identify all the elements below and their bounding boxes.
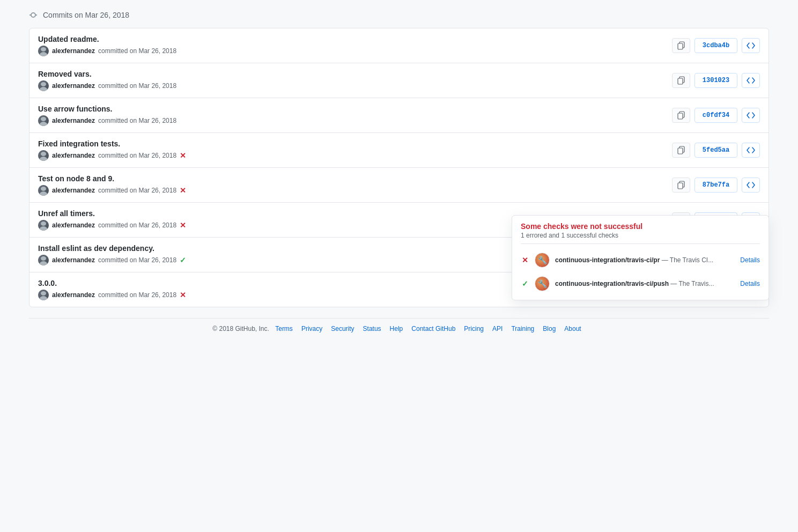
commit-date: committed on Mar 26, 2018	[98, 82, 176, 90]
commit-author[interactable]: alexfernandez	[52, 256, 95, 264]
check-row: ✕ continuous-integration/travis-ci/pr — …	[512, 248, 769, 272]
popup-title: Some checks were not successful	[521, 222, 760, 231]
commit-actions: 5fed5aa	[672, 143, 760, 158]
commit-author[interactable]: alexfernandez	[52, 187, 95, 194]
footer-link[interactable]: About	[564, 325, 581, 332]
commit-date: committed on Mar 26, 2018	[98, 221, 176, 229]
check-service: continuous-integration/travis-ci/push	[555, 280, 669, 287]
commit-info: Test on node 8 and 9. alexfernandez comm…	[38, 174, 672, 196]
footer-link[interactable]: API	[492, 325, 503, 332]
copy-hash-button[interactable]	[672, 38, 690, 53]
status-fail-icon: ✕	[180, 151, 186, 160]
commit-meta: alexfernandez committed on Mar 26, 2018	[38, 115, 672, 126]
popup-header: Some checks were not successful 1 errore…	[512, 216, 769, 243]
avatar	[38, 185, 49, 196]
status-success-icon: ✓	[180, 256, 186, 264]
browse-code-button[interactable]	[742, 108, 760, 123]
commit-meta: alexfernandez committed on Mar 26, 2018	[38, 46, 672, 56]
footer-link[interactable]: Pricing	[464, 325, 484, 332]
commit-info: Removed vars. alexfernandez committed on…	[38, 70, 672, 91]
commits-section-header: Commits on Mar 26, 2018	[29, 11, 769, 19]
avatar	[38, 290, 49, 300]
footer-link[interactable]: Contact GitHub	[411, 325, 455, 332]
check-service: continuous-integration/travis-ci/pr	[555, 256, 660, 264]
avatar	[38, 115, 49, 126]
commit-date: committed on Mar 26, 2018	[98, 187, 176, 194]
commit-actions: 1301023	[672, 73, 760, 88]
commit-meta: alexfernandez committed on Mar 26, 2018 …	[38, 185, 672, 196]
page-wrapper: Commits on Mar 26, 2018 Updated readme. …	[13, 0, 785, 343]
commit-date: committed on Mar 26, 2018	[98, 291, 176, 299]
travis-icon	[535, 276, 550, 291]
footer-link[interactable]: Status	[363, 325, 381, 332]
commit-hash-button[interactable]: 87be7fa	[694, 178, 737, 193]
check-row: ✓ continuous-integration/travis-ci/push …	[512, 272, 769, 295]
svg-rect-10	[678, 148, 683, 154]
browse-code-button[interactable]	[742, 73, 760, 88]
commit-hash-button[interactable]: 3cdba4b	[694, 38, 737, 53]
commit-row: Use arrow functions. alexfernandez commi…	[29, 98, 769, 133]
commit-row: Fixed integration tests. alexfernandez c…	[29, 133, 769, 168]
status-fail-icon: ✕	[180, 186, 186, 195]
commit-author[interactable]: alexfernandez	[52, 47, 95, 55]
avatar	[38, 220, 49, 231]
avatar	[38, 46, 49, 56]
footer-link[interactable]: Blog	[543, 325, 556, 332]
browse-code-button[interactable]	[742, 38, 760, 53]
page-footer: © 2018 GitHub, Inc. TermsPrivacySecurity…	[29, 318, 769, 332]
commit-title: Updated readme.	[38, 35, 672, 43]
copy-hash-button[interactable]	[672, 143, 690, 158]
svg-rect-6	[678, 78, 683, 84]
commit-info: Fixed integration tests. alexfernandez c…	[38, 139, 672, 161]
commit-author[interactable]: alexfernandez	[52, 117, 95, 124]
commit-actions: c0fdf34	[672, 108, 760, 123]
copy-hash-button[interactable]	[672, 73, 690, 88]
footer-link[interactable]: Terms	[275, 325, 293, 332]
commit-date: committed on Mar 26, 2018	[98, 256, 176, 264]
commit-author[interactable]: alexfernandez	[52, 152, 95, 159]
commit-hash-button[interactable]: c0fdf34	[694, 108, 737, 123]
footer-link[interactable]: Help	[390, 325, 403, 332]
commit-title: Test on node 8 and 9.	[38, 174, 672, 183]
commit-date: committed on Mar 26, 2018	[98, 47, 176, 55]
svg-rect-8	[678, 113, 683, 119]
check-status-icon: ✕	[521, 256, 529, 264]
footer-link[interactable]: Training	[511, 325, 534, 332]
browse-code-button[interactable]	[742, 143, 760, 158]
avatar	[38, 255, 49, 265]
commit-row: Test on node 8 and 9. alexfernandez comm…	[29, 168, 769, 203]
browse-code-button[interactable]	[742, 178, 760, 193]
check-label: continuous-integration/travis-ci/pr — Th…	[555, 256, 735, 264]
checks-popup: Some checks were not successful 1 errore…	[512, 215, 769, 300]
popup-checks: ✕ continuous-integration/travis-ci/pr — …	[512, 244, 769, 300]
check-details-link[interactable]: Details	[740, 256, 760, 264]
commit-author[interactable]: alexfernandez	[52, 291, 95, 299]
svg-rect-4	[678, 43, 683, 49]
commit-hash-button[interactable]: 1301023	[694, 73, 737, 88]
avatar	[38, 80, 49, 91]
footer-link[interactable]: Privacy	[301, 325, 322, 332]
footer-links[interactable]: TermsPrivacySecurityStatusHelpContact Gi…	[271, 325, 585, 332]
commit-row: Updated readme. alexfernandez committed …	[29, 28, 769, 63]
travis-icon	[535, 253, 550, 268]
check-description: — The Travis...	[670, 280, 714, 287]
footer-link[interactable]: Security	[331, 325, 354, 332]
check-details-link[interactable]: Details	[740, 280, 760, 287]
commit-hash-button[interactable]: 5fed5aa	[694, 143, 737, 158]
commit-actions: 3cdba4b	[672, 38, 760, 53]
svg-rect-12	[678, 183, 683, 189]
commit-author[interactable]: alexfernandez	[52, 82, 95, 90]
popup-subtitle: 1 errored and 1 successful checks	[521, 232, 760, 239]
commit-meta: alexfernandez committed on Mar 26, 2018 …	[38, 150, 672, 161]
commit-info: Updated readme. alexfernandez committed …	[38, 35, 672, 56]
copy-hash-button[interactable]	[672, 178, 690, 193]
status-fail-icon: ✕	[180, 221, 186, 230]
commit-row: Removed vars. alexfernandez committed on…	[29, 63, 769, 98]
commit-info: Use arrow functions. alexfernandez commi…	[38, 105, 672, 126]
commit-title: Removed vars.	[38, 70, 672, 78]
commit-author[interactable]: alexfernandez	[52, 221, 95, 229]
copy-hash-button[interactable]	[672, 108, 690, 123]
commits-header-label: Commits on Mar 26, 2018	[43, 11, 129, 19]
commit-title: Fixed integration tests.	[38, 139, 672, 148]
footer-copyright: © 2018 GitHub, Inc.	[212, 325, 269, 332]
